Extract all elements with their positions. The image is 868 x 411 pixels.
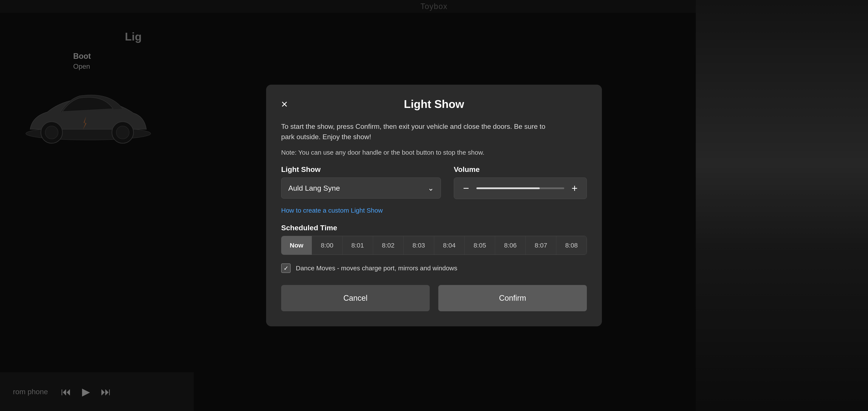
- light-show-label: Light Show: [281, 165, 441, 174]
- checkbox-check-icon: ✓: [283, 265, 288, 272]
- dance-moves-row: ✓ Dance Moves - moves charge port, mirro…: [281, 263, 587, 273]
- time-item-8-06[interactable]: 8:06: [495, 236, 526, 255]
- cancel-button[interactable]: Cancel: [281, 285, 430, 311]
- custom-light-show-link[interactable]: How to create a custom Light Show: [281, 207, 383, 214]
- time-scroll-selector: Now8:008:018:028:038:048:058:068:078:08: [281, 236, 587, 255]
- time-item-8-00[interactable]: 8:00: [312, 236, 342, 255]
- time-item-8-05[interactable]: 8:05: [465, 236, 495, 255]
- close-button[interactable]: ×: [281, 98, 288, 110]
- volume-slider-fill: [476, 187, 540, 189]
- dance-moves-label: Dance Moves - moves charge port, mirrors…: [296, 265, 457, 272]
- dropdown-selected-value: Auld Lang Syne: [288, 184, 340, 193]
- time-item-8-08[interactable]: 8:08: [556, 236, 587, 255]
- dialog-buttons: Cancel Confirm: [281, 285, 587, 311]
- chevron-down-icon: ⌄: [428, 184, 434, 193]
- time-item-8-01[interactable]: 8:01: [342, 236, 373, 255]
- light-show-dropdown[interactable]: Auld Lang Syne ⌄: [281, 177, 441, 199]
- confirm-button[interactable]: Confirm: [438, 285, 587, 311]
- time-item-8-02[interactable]: 8:02: [373, 236, 404, 255]
- light-show-dialog: × Light Show To start the show, press Co…: [266, 85, 602, 326]
- volume-label: Volume: [454, 165, 587, 174]
- volume-increase-button[interactable]: +: [569, 183, 580, 194]
- dialog-header: × Light Show: [281, 97, 587, 111]
- time-item-8-07[interactable]: 8:07: [526, 236, 556, 255]
- time-item-8-03[interactable]: 8:03: [404, 236, 434, 255]
- controls-row: Light Show Auld Lang Syne ⌄ Volume − +: [281, 165, 587, 199]
- dialog-title: Light Show: [281, 97, 587, 111]
- dialog-note: Note: You can use any door handle or the…: [281, 149, 587, 156]
- time-item-now[interactable]: Now: [281, 236, 312, 255]
- light-show-section: Light Show Auld Lang Syne ⌄: [281, 165, 441, 199]
- scheduled-time-section: Scheduled Time Now8:008:018:028:038:048:…: [281, 224, 587, 255]
- dialog-instructions: To start the show, press Confirm, then e…: [281, 121, 587, 142]
- dance-moves-checkbox[interactable]: ✓: [281, 263, 290, 273]
- volume-slider-track[interactable]: [476, 187, 564, 189]
- volume-decrease-button[interactable]: −: [461, 183, 471, 194]
- volume-control: − +: [454, 177, 587, 199]
- volume-section: Volume − +: [454, 165, 587, 199]
- scheduled-time-label: Scheduled Time: [281, 224, 587, 232]
- time-item-8-04[interactable]: 8:04: [434, 236, 465, 255]
